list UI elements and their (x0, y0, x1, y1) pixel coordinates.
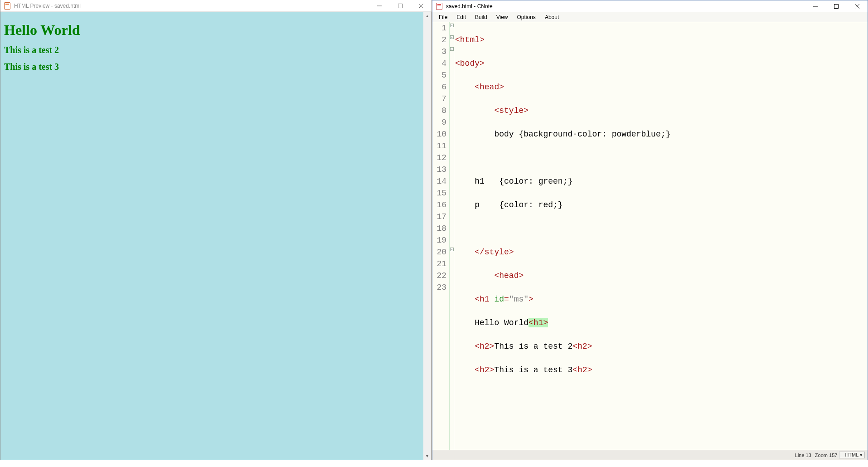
preview-h2-1: This is a test 2 (4, 45, 427, 55)
status-zoom: Zoom 157 (815, 452, 838, 458)
code-text (455, 200, 475, 209)
code-text (455, 106, 494, 115)
code-text (455, 342, 475, 351)
line-number[interactable]: 15 (432, 187, 446, 199)
code-text: <head> (494, 271, 524, 280)
editor-maximize-button[interactable] (826, 0, 847, 12)
code-text: h1 {color: green;} (475, 177, 572, 186)
menu-file[interactable]: File (434, 13, 452, 21)
svg-rect-5 (834, 5, 839, 9)
line-number-gutter[interactable]: 1 2 3 4 5 6 7 8 9 10 11 12 13 14 15 16 1… (432, 22, 450, 450)
preview-h2-2: This is a test 3 (4, 62, 427, 72)
editor-window-title: saved.html - CNote (446, 3, 805, 10)
line-number[interactable]: 4 (432, 58, 446, 69)
code-caret-highlight: <h1 (529, 318, 543, 327)
code-text: > (529, 295, 533, 304)
status-line: Line 13 (795, 452, 811, 458)
line-number[interactable]: 17 (432, 211, 446, 223)
code-text: "ms" (509, 295, 529, 304)
code-text: <h1 (475, 295, 494, 304)
code-text: p {color: red;} (475, 200, 563, 209)
scroll-down-icon[interactable]: ▾ (423, 452, 431, 460)
code-text: <head> (475, 83, 504, 92)
preview-window-title: HTML Preview - saved.html (14, 3, 369, 9)
status-language-label: HTML (845, 452, 858, 457)
code-text: <h2> (475, 365, 494, 375)
editor-app-icon (434, 1, 444, 11)
editor-area[interactable]: 1 2 3 4 5 6 7 8 9 10 11 12 13 14 15 16 1… (432, 22, 868, 450)
code-text: id (494, 295, 504, 304)
editor-statusbar: Line 13 Zoom 157 HTML ▾ (432, 450, 868, 460)
cnote-window: saved.html - CNote File Edit Build View … (432, 0, 868, 460)
preview-maximize-button[interactable] (390, 0, 411, 12)
preview-scrollbar[interactable]: ▴ ▾ (423, 12, 431, 460)
code-text (455, 365, 475, 375)
fold-marker-icon[interactable]: - (450, 35, 454, 39)
html-preview-window: HTML Preview - saved.html Hello World Th… (0, 0, 432, 460)
editor-minimize-button[interactable] (805, 0, 826, 12)
menu-options[interactable]: Options (513, 13, 540, 21)
menu-build[interactable]: Build (470, 13, 492, 21)
menu-view[interactable]: View (492, 13, 513, 21)
editor-menubar: File Edit Build View Options About (432, 12, 868, 22)
code-text (455, 295, 475, 304)
code-text (455, 271, 494, 280)
preview-h1: Hello World (4, 22, 427, 39)
code-text: This is a test 2 (494, 342, 572, 351)
editor-close-button[interactable] (847, 0, 868, 12)
fold-marker-icon[interactable]: - (450, 47, 454, 51)
line-number[interactable]: 11 (432, 140, 446, 152)
code-caret-highlight: > (543, 318, 548, 327)
fold-marker-icon[interactable]: - (450, 248, 454, 251)
code-text: = (504, 295, 509, 304)
code-text: <body> (455, 59, 485, 68)
code-text: <style> (494, 106, 529, 115)
line-number[interactable]: 13 (432, 164, 446, 175)
line-number[interactable]: 3 (432, 46, 446, 58)
line-number[interactable]: 16 (432, 199, 446, 211)
code-text: <h2> (572, 365, 592, 375)
line-number[interactable]: 22 (432, 270, 446, 282)
line-number[interactable]: 8 (432, 105, 446, 117)
fold-column[interactable]: - - - - (450, 22, 454, 450)
code-text (455, 177, 475, 186)
line-number[interactable]: 5 (432, 69, 446, 81)
code-text: Hello World (475, 318, 529, 327)
line-number[interactable]: 12 (432, 152, 446, 164)
code-text: </style> (475, 248, 514, 257)
line-number[interactable]: 7 (432, 93, 446, 105)
preview-app-icon (2, 1, 12, 11)
status-language-selector[interactable]: HTML ▾ (839, 452, 865, 458)
code-text: body {background-color: powderblue;} (494, 130, 670, 139)
preview-close-button[interactable] (411, 0, 432, 12)
fold-marker-icon[interactable]: - (450, 24, 454, 27)
line-number[interactable]: 18 (432, 223, 446, 234)
preview-viewport[interactable]: Hello World This is a test 2 This is a t… (0, 12, 432, 460)
line-number[interactable]: 14 (432, 175, 446, 187)
line-number[interactable]: 9 (432, 117, 446, 128)
line-number[interactable]: 2 (432, 34, 446, 46)
code-text: <html> (455, 35, 485, 44)
line-number[interactable]: 23 (432, 282, 446, 293)
menu-about[interactable]: About (540, 13, 563, 21)
code-text: <h2> (475, 342, 494, 351)
code-text (455, 318, 475, 327)
svg-rect-1 (398, 4, 402, 8)
code-area[interactable]: <html> <body> <head> <style> body {backg… (454, 22, 868, 450)
line-number[interactable]: 1 (432, 22, 446, 34)
menu-edit[interactable]: Edit (452, 13, 470, 21)
code-text (455, 248, 475, 257)
editor-titlebar[interactable]: saved.html - CNote (432, 0, 868, 12)
code-text (455, 130, 494, 139)
code-text: <h2> (572, 342, 592, 351)
line-number[interactable]: 6 (432, 81, 446, 93)
code-text (455, 83, 475, 92)
scroll-up-icon[interactable]: ▴ (423, 12, 431, 19)
preview-minimize-button[interactable] (369, 0, 390, 12)
line-number[interactable]: 20 (432, 246, 446, 258)
line-number[interactable]: 21 (432, 258, 446, 270)
code-text: This is a test 3 (494, 365, 572, 375)
preview-titlebar[interactable]: HTML Preview - saved.html (0, 0, 432, 12)
line-number[interactable]: 19 (432, 234, 446, 246)
line-number[interactable]: 10 (432, 128, 446, 140)
